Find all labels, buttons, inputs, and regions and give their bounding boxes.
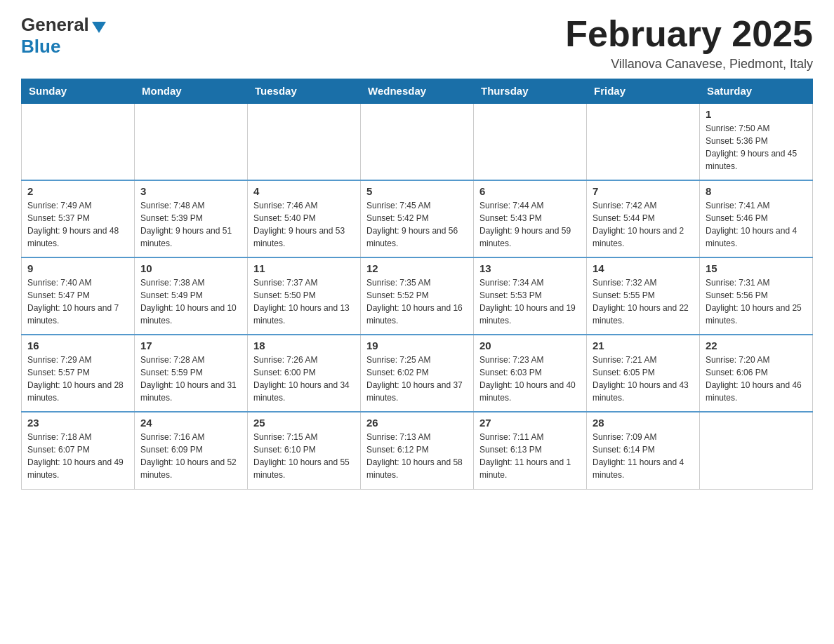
calendar-cell: 23Sunrise: 7:18 AMSunset: 6:07 PMDayligh…: [22, 412, 135, 489]
calendar-subtitle: Villanova Canavese, Piedmont, Italy: [565, 57, 813, 72]
calendar-cell: 6Sunrise: 7:44 AMSunset: 5:43 PMDaylight…: [474, 180, 587, 257]
day-info: Sunrise: 7:44 AMSunset: 5:43 PMDaylight:…: [479, 199, 581, 250]
logo-general: General: [21, 14, 89, 36]
day-number: 17: [140, 340, 241, 351]
day-number: 3: [140, 185, 241, 197]
day-number: 25: [253, 417, 355, 429]
day-info: Sunrise: 7:29 AMSunset: 5:57 PMDaylight:…: [27, 354, 128, 404]
day-number: 2: [27, 185, 128, 197]
calendar-cell: [474, 103, 587, 180]
day-info: Sunrise: 7:45 AMSunset: 5:42 PMDaylight:…: [366, 199, 468, 250]
day-info: Sunrise: 7:18 AMSunset: 6:07 PMDaylight:…: [27, 431, 128, 481]
day-number: 23: [27, 417, 128, 429]
logo-blue: Blue: [21, 36, 60, 57]
calendar-cell: 12Sunrise: 7:35 AMSunset: 5:52 PMDayligh…: [361, 257, 474, 335]
calendar-cell: 17Sunrise: 7:28 AMSunset: 5:59 PMDayligh…: [135, 335, 248, 412]
calendar-cell: 9Sunrise: 7:40 AMSunset: 5:47 PMDaylight…: [22, 257, 135, 335]
day-info: Sunrise: 7:38 AMSunset: 5:49 PMDaylight:…: [140, 276, 241, 327]
day-info: Sunrise: 7:13 AMSunset: 6:12 PMDaylight:…: [366, 431, 468, 481]
day-info: Sunrise: 7:21 AMSunset: 6:05 PMDaylight:…: [593, 354, 694, 404]
day-info: Sunrise: 7:16 AMSunset: 6:09 PMDaylight:…: [140, 431, 241, 481]
day-number: 16: [27, 340, 128, 351]
day-number: 19: [366, 340, 468, 351]
calendar-week-1: 1Sunrise: 7:50 AMSunset: 5:36 PMDaylight…: [22, 103, 813, 180]
day-info: Sunrise: 7:20 AMSunset: 6:06 PMDaylight:…: [706, 354, 807, 404]
day-number: 24: [140, 417, 241, 429]
header-saturday: Saturday: [700, 79, 813, 104]
calendar-cell: 18Sunrise: 7:26 AMSunset: 6:00 PMDayligh…: [248, 335, 361, 412]
day-info: Sunrise: 7:26 AMSunset: 6:00 PMDaylight:…: [253, 354, 355, 404]
calendar-table: Sunday Monday Tuesday Wednesday Thursday…: [21, 79, 813, 490]
day-number: 20: [479, 340, 581, 351]
calendar-cell: 27Sunrise: 7:11 AMSunset: 6:13 PMDayligh…: [474, 412, 587, 489]
day-info: Sunrise: 7:41 AMSunset: 5:46 PMDaylight:…: [706, 199, 807, 250]
calendar-cell: 1Sunrise: 7:50 AMSunset: 5:36 PMDaylight…: [700, 103, 813, 180]
weekday-header-row: Sunday Monday Tuesday Wednesday Thursday…: [22, 79, 813, 104]
page-header: General Blue February 2025 Villanova Can…: [21, 14, 813, 72]
day-number: 21: [593, 340, 694, 351]
day-number: 27: [479, 417, 581, 429]
day-number: 18: [253, 340, 355, 351]
day-info: Sunrise: 7:32 AMSunset: 5:55 PMDaylight:…: [593, 276, 694, 327]
calendar-cell: 28Sunrise: 7:09 AMSunset: 6:14 PMDayligh…: [587, 412, 700, 489]
day-info: Sunrise: 7:46 AMSunset: 5:40 PMDaylight:…: [253, 199, 355, 250]
header-monday: Monday: [135, 79, 248, 104]
day-number: 1: [706, 108, 807, 120]
day-number: 6: [479, 185, 581, 197]
header-friday: Friday: [587, 79, 700, 104]
calendar-cell: [361, 103, 474, 180]
day-info: Sunrise: 7:37 AMSunset: 5:50 PMDaylight:…: [253, 276, 355, 327]
day-number: 12: [366, 262, 468, 274]
calendar-cell: 14Sunrise: 7:32 AMSunset: 5:55 PMDayligh…: [587, 257, 700, 335]
calendar-cell: 11Sunrise: 7:37 AMSunset: 5:50 PMDayligh…: [248, 257, 361, 335]
day-number: 14: [593, 262, 694, 274]
logo-triangle-icon: [92, 22, 106, 33]
day-number: 5: [366, 185, 468, 197]
day-info: Sunrise: 7:11 AMSunset: 6:13 PMDaylight:…: [479, 431, 581, 481]
day-info: Sunrise: 7:15 AMSunset: 6:10 PMDaylight:…: [253, 431, 355, 481]
calendar-cell: 8Sunrise: 7:41 AMSunset: 5:46 PMDaylight…: [700, 180, 813, 257]
calendar-cell: 13Sunrise: 7:34 AMSunset: 5:53 PMDayligh…: [474, 257, 587, 335]
header-thursday: Thursday: [474, 79, 587, 104]
calendar-cell: 15Sunrise: 7:31 AMSunset: 5:56 PMDayligh…: [700, 257, 813, 335]
calendar-cell: 20Sunrise: 7:23 AMSunset: 6:03 PMDayligh…: [474, 335, 587, 412]
day-info: Sunrise: 7:31 AMSunset: 5:56 PMDaylight:…: [706, 276, 807, 327]
calendar-cell: [700, 412, 813, 489]
calendar-week-4: 16Sunrise: 7:29 AMSunset: 5:57 PMDayligh…: [22, 335, 813, 412]
day-info: Sunrise: 7:23 AMSunset: 6:03 PMDaylight:…: [479, 354, 581, 404]
calendar-cell: 19Sunrise: 7:25 AMSunset: 6:02 PMDayligh…: [361, 335, 474, 412]
day-number: 15: [706, 262, 807, 274]
calendar-cell: [135, 103, 248, 180]
calendar-cell: 21Sunrise: 7:21 AMSunset: 6:05 PMDayligh…: [587, 335, 700, 412]
calendar-cell: [587, 103, 700, 180]
day-number: 7: [593, 185, 694, 197]
calendar-cell: [22, 103, 135, 180]
day-info: Sunrise: 7:49 AMSunset: 5:37 PMDaylight:…: [27, 199, 128, 250]
day-info: Sunrise: 7:35 AMSunset: 5:52 PMDaylight:…: [366, 276, 468, 327]
day-info: Sunrise: 7:48 AMSunset: 5:39 PMDaylight:…: [140, 199, 241, 250]
day-number: 10: [140, 262, 241, 274]
calendar-cell: 3Sunrise: 7:48 AMSunset: 5:39 PMDaylight…: [135, 180, 248, 257]
header-sunday: Sunday: [22, 79, 135, 104]
calendar-cell: 4Sunrise: 7:46 AMSunset: 5:40 PMDaylight…: [248, 180, 361, 257]
calendar-week-2: 2Sunrise: 7:49 AMSunset: 5:37 PMDaylight…: [22, 180, 813, 257]
calendar-week-3: 9Sunrise: 7:40 AMSunset: 5:47 PMDaylight…: [22, 257, 813, 335]
day-info: Sunrise: 7:28 AMSunset: 5:59 PMDaylight:…: [140, 354, 241, 404]
calendar-title: February 2025: [565, 14, 813, 54]
day-number: 9: [27, 262, 128, 274]
calendar-cell: 25Sunrise: 7:15 AMSunset: 6:10 PMDayligh…: [248, 412, 361, 489]
logo: General Blue: [21, 14, 106, 58]
day-number: 11: [253, 262, 355, 274]
calendar-cell: 5Sunrise: 7:45 AMSunset: 5:42 PMDaylight…: [361, 180, 474, 257]
day-number: 28: [593, 417, 694, 429]
calendar-cell: 7Sunrise: 7:42 AMSunset: 5:44 PMDaylight…: [587, 180, 700, 257]
day-number: 26: [366, 417, 468, 429]
day-info: Sunrise: 7:50 AMSunset: 5:36 PMDaylight:…: [706, 122, 807, 173]
calendar-week-5: 23Sunrise: 7:18 AMSunset: 6:07 PMDayligh…: [22, 412, 813, 489]
calendar-cell: [248, 103, 361, 180]
day-number: 8: [706, 185, 807, 197]
header-wednesday: Wednesday: [361, 79, 474, 104]
day-number: 22: [706, 340, 807, 351]
day-info: Sunrise: 7:25 AMSunset: 6:02 PMDaylight:…: [366, 354, 468, 404]
calendar-cell: 22Sunrise: 7:20 AMSunset: 6:06 PMDayligh…: [700, 335, 813, 412]
